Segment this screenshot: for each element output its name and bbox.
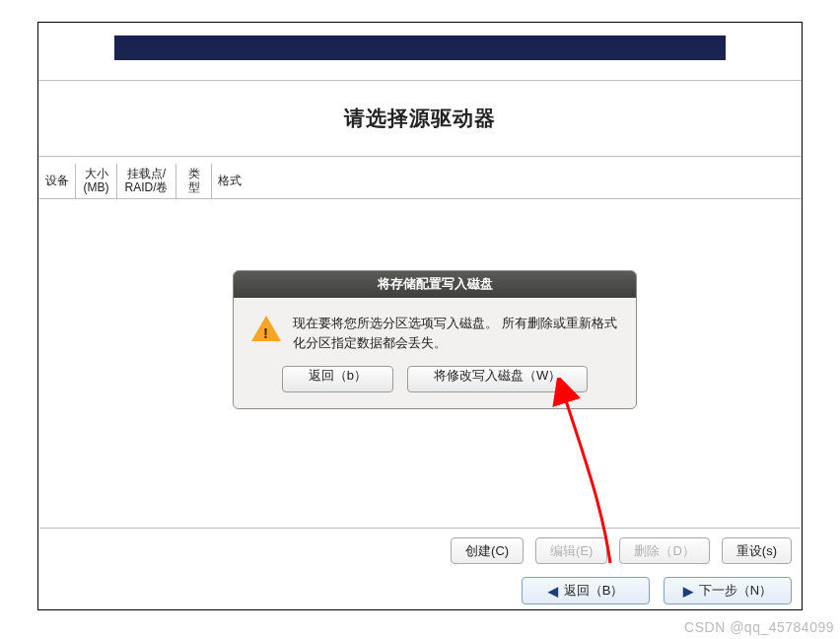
write-to-disk-dialog: 将存储配置写入磁盘 现在要将您所选分区选项写入磁盘。 所有删除或重新格式化分区指… [233,270,637,409]
col-type[interactable]: 类型 [176,164,212,198]
delete-button: 删除（D） [619,537,709,564]
create-button[interactable]: 创建(C) [451,537,524,564]
col-device[interactable]: 设备 [38,164,76,198]
arrow-left-icon: ◀ [548,584,558,599]
col-size[interactable]: 大小 (MB) [76,164,117,198]
dialog-buttons: 返回（b） 将修改写入磁盘（W） [234,356,636,408]
col-format[interactable]: 格式 [212,164,247,198]
watermark: CSDN @qq_45784099 [684,619,834,635]
table-header: 设备 大小 (MB) 挂载点/ RAID/卷 类型 格式 [38,164,802,199]
dialog-message: 现在要将您所选分区选项写入磁盘。 所有删除或重新格式化分区指定数据都会丢失。 [293,314,618,352]
nav-next-button[interactable]: ▶ 下一步（N） [664,577,792,604]
edit-button: 编辑(E) [535,537,607,564]
nav-buttons: ◀ 返回（B） ▶ 下一步（N） [522,577,792,604]
dialog-back-button[interactable]: 返回（b） [282,366,393,392]
col-mount[interactable]: 挂载点/ RAID/卷 [117,164,176,198]
arrow-right-icon: ▶ [683,584,693,599]
dialog-write-button[interactable]: 将修改写入磁盘（W） [407,366,588,392]
partition-buttons: 创建(C) 编辑(E) 删除（D） 重设(s) [451,537,792,564]
installer-window: 请选择源驱动器 设备 大小 (MB) 挂载点/ RAID/卷 类型 格式 创建(… [37,22,803,610]
title-bar: 请选择源驱动器 [38,80,802,157]
warning-icon [251,316,281,341]
reset-button[interactable]: 重设(s) [722,537,792,564]
dialog-title: 将存储配置写入磁盘 [234,271,636,298]
nav-next-label: 下一步（N） [699,582,772,600]
page-title: 请选择源驱动器 [38,105,802,132]
header-banner [114,36,726,60]
nav-back-button[interactable]: ◀ 返回（B） [522,577,650,604]
nav-back-label: 返回（B） [564,582,624,600]
dialog-body: 现在要将您所选分区选项写入磁盘。 所有删除或重新格式化分区指定数据都会丢失。 [234,298,636,356]
